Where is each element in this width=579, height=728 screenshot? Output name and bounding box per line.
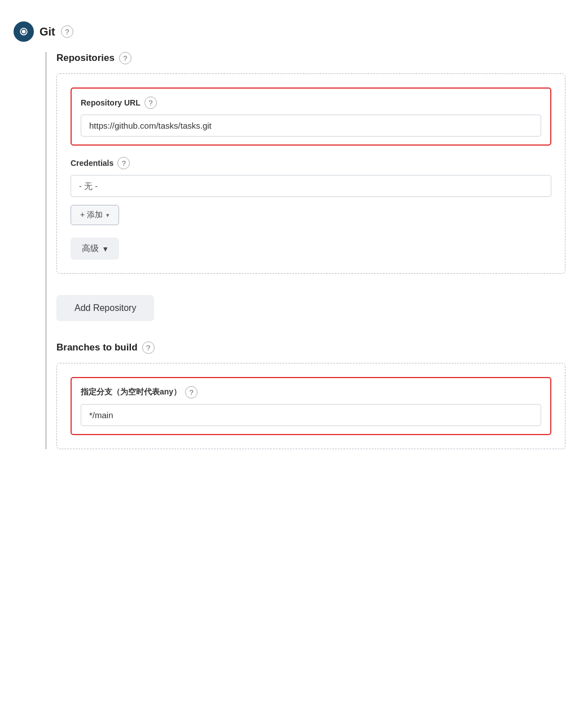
git-svg	[18, 26, 29, 37]
git-title: Git	[40, 25, 55, 38]
branch-label-row: 指定分支（为空时代表any） ?	[81, 386, 541, 398]
advanced-label: 高级	[82, 243, 99, 254]
git-header: Git ?	[0, 11, 579, 52]
repositories-help-badge[interactable]: ?	[119, 52, 131, 64]
svg-point-0	[22, 30, 26, 34]
branches-title-row: Branches to build ?	[56, 341, 565, 354]
left-bar	[45, 52, 47, 449]
advanced-section: 高级 ▾	[71, 238, 551, 260]
branches-dashed-box: 指定分支（为空时代表any） ?	[56, 363, 565, 449]
credentials-section: Credentials ? - 无 - + 添加 ▾	[71, 157, 551, 227]
credentials-select[interactable]: - 无 -	[71, 175, 551, 197]
branches-help-badge[interactable]: ?	[142, 341, 155, 354]
credentials-label: Credentials	[71, 159, 113, 168]
git-icon	[14, 21, 34, 42]
page-container: Git ? Repositories ? Repository URL ? C	[0, 0, 579, 472]
main-section: Repositories ? Repository URL ? Credenti…	[0, 52, 579, 449]
add-repository-button[interactable]: Add Repository	[56, 295, 154, 321]
repo-dashed-box: Repository URL ? Credentials ? - 无 - + 添…	[56, 73, 565, 274]
branch-highlight-box: 指定分支（为空时代表any） ?	[71, 377, 551, 435]
credentials-label-row: Credentials ?	[71, 157, 551, 169]
branches-title: Branches to build	[56, 342, 138, 353]
repo-url-highlight-box: Repository URL ?	[71, 87, 551, 146]
advanced-chevron-icon: ▾	[103, 244, 108, 254]
add-credentials-button[interactable]: + 添加 ▾	[71, 205, 119, 225]
repositories-title: Repositories	[56, 52, 115, 64]
add-credentials-label: + 添加	[80, 210, 103, 220]
branch-input[interactable]	[81, 404, 541, 426]
repo-url-input[interactable]	[81, 115, 541, 137]
branches-section: Branches to build ? 指定分支（为空时代表any） ?	[56, 341, 565, 449]
advanced-button[interactable]: 高级 ▾	[71, 238, 119, 260]
repositories-title-row: Repositories ?	[56, 52, 565, 64]
branch-field-help-badge[interactable]: ?	[185, 386, 198, 398]
repo-url-label: Repository URL	[81, 98, 141, 107]
branch-field-label: 指定分支（为空时代表any）	[81, 387, 181, 397]
repo-url-help-badge[interactable]: ?	[144, 97, 157, 109]
repo-url-label-row: Repository URL ?	[81, 97, 541, 109]
chevron-down-icon: ▾	[106, 212, 109, 219]
add-repository-label: Add Repository	[74, 303, 136, 313]
git-help-badge[interactable]: ?	[61, 25, 73, 38]
credentials-help-badge[interactable]: ?	[117, 157, 130, 169]
